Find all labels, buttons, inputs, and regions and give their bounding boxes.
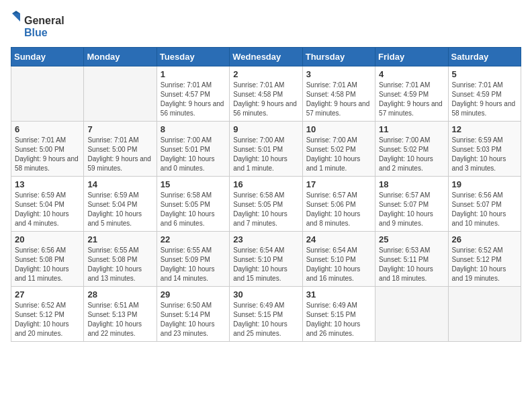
calendar-week-row: 13Sunrise: 6:59 AM Sunset: 5:04 PM Dayli… [11,177,521,232]
calendar-cell: 7Sunrise: 7:01 AM Sunset: 5:00 PM Daylig… [84,122,157,177]
column-header-wednesday: Wednesday [230,48,302,66]
day-info: Sunrise: 7:01 AM Sunset: 4:57 PM Dayligh… [161,81,226,118]
day-number: 3 [306,69,371,79]
day-number: 29 [161,289,226,300]
calendar-cell: 26Sunrise: 6:52 AM Sunset: 5:12 PM Dayli… [448,232,521,287]
calendar-cell: 15Sunrise: 6:58 AM Sunset: 5:05 PM Dayli… [157,177,229,232]
day-info: Sunrise: 6:54 AM Sunset: 5:10 PM Dayligh… [233,246,298,283]
calendar-cell: 2Sunrise: 7:01 AM Sunset: 4:58 PM Daylig… [230,66,302,122]
day-info: Sunrise: 7:00 AM Sunset: 5:01 PM Dayligh… [161,136,226,173]
calendar-header-row: SundayMondayTuesdayWednesdayThursdayFrid… [11,48,521,66]
day-number: 18 [379,179,444,189]
day-info: Sunrise: 6:58 AM Sunset: 5:05 PM Dayligh… [233,191,298,228]
day-number: 17 [306,179,371,189]
day-number: 10 [306,124,371,134]
day-info: Sunrise: 6:49 AM Sunset: 5:15 PM Dayligh… [306,301,371,338]
calendar-cell: 29Sunrise: 6:50 AM Sunset: 5:14 PM Dayli… [157,287,229,342]
day-number: 23 [233,234,298,244]
calendar-cell: 23Sunrise: 6:54 AM Sunset: 5:10 PM Dayli… [230,232,302,287]
calendar-cell: 17Sunrise: 6:57 AM Sunset: 5:06 PM Dayli… [302,177,375,232]
day-number: 11 [379,124,444,134]
day-info: Sunrise: 6:59 AM Sunset: 5:04 PM Dayligh… [15,191,80,228]
day-number: 25 [379,234,444,244]
day-info: Sunrise: 6:53 AM Sunset: 5:11 PM Dayligh… [379,246,444,283]
day-info: Sunrise: 6:51 AM Sunset: 5:13 PM Dayligh… [87,301,152,338]
calendar-cell [84,66,157,122]
calendar-table: SundayMondayTuesdayWednesdayThursdayFrid… [11,47,521,342]
column-header-monday: Monday [84,48,157,66]
day-info: Sunrise: 6:58 AM Sunset: 5:05 PM Dayligh… [161,191,226,228]
calendar-cell: 6Sunrise: 7:01 AM Sunset: 5:00 PM Daylig… [11,122,84,177]
day-number: 13 [15,179,80,189]
day-number: 12 [452,124,517,134]
calendar-cell: 28Sunrise: 6:51 AM Sunset: 5:13 PM Dayli… [84,287,157,342]
calendar-cell: 16Sunrise: 6:58 AM Sunset: 5:05 PM Dayli… [230,177,302,232]
day-number: 19 [452,179,517,189]
day-info: Sunrise: 7:00 AM Sunset: 5:01 PM Dayligh… [233,136,298,173]
logo: General Blue [11,11,64,40]
calendar-cell [375,287,448,342]
calendar-cell: 11Sunrise: 7:00 AM Sunset: 5:02 PM Dayli… [375,122,448,177]
calendar-week-row: 27Sunrise: 6:52 AM Sunset: 5:12 PM Dayli… [11,287,521,342]
calendar-cell: 12Sunrise: 6:59 AM Sunset: 5:03 PM Dayli… [448,122,521,177]
day-info: Sunrise: 6:52 AM Sunset: 5:12 PM Dayligh… [15,301,80,338]
day-info: Sunrise: 6:55 AM Sunset: 5:08 PM Dayligh… [87,246,152,283]
day-number: 14 [87,179,152,189]
day-number: 16 [233,179,298,189]
day-info: Sunrise: 7:01 AM Sunset: 4:59 PM Dayligh… [452,81,517,118]
day-number: 22 [161,234,226,244]
column-header-sunday: Sunday [11,48,84,66]
day-info: Sunrise: 6:56 AM Sunset: 5:08 PM Dayligh… [15,246,80,283]
day-number: 28 [87,289,152,300]
calendar-cell: 8Sunrise: 7:00 AM Sunset: 5:01 PM Daylig… [157,122,229,177]
day-info: Sunrise: 7:00 AM Sunset: 5:02 PM Dayligh… [379,136,444,173]
day-number: 26 [452,234,517,244]
calendar-cell [448,287,521,342]
day-info: Sunrise: 7:00 AM Sunset: 5:02 PM Dayligh… [306,136,371,173]
day-info: Sunrise: 6:54 AM Sunset: 5:10 PM Dayligh… [306,246,371,283]
day-info: Sunrise: 6:59 AM Sunset: 5:04 PM Dayligh… [87,191,152,228]
day-info: Sunrise: 7:01 AM Sunset: 4:58 PM Dayligh… [306,81,371,118]
calendar-cell: 30Sunrise: 6:49 AM Sunset: 5:15 PM Dayli… [230,287,302,342]
day-number: 15 [161,179,226,189]
day-info: Sunrise: 7:01 AM Sunset: 4:58 PM Dayligh… [233,81,298,118]
day-number: 27 [15,289,80,300]
day-number: 1 [161,69,226,79]
calendar-cell: 21Sunrise: 6:55 AM Sunset: 5:08 PM Dayli… [84,232,157,287]
calendar-cell [11,66,84,122]
day-number: 20 [15,234,80,244]
day-number: 6 [15,124,80,134]
day-info: Sunrise: 7:01 AM Sunset: 5:00 PM Dayligh… [87,136,152,173]
day-number: 31 [306,289,371,300]
svg-text:Blue: Blue [24,27,48,38]
calendar-cell: 13Sunrise: 6:59 AM Sunset: 5:04 PM Dayli… [11,177,84,232]
calendar-cell: 14Sunrise: 6:59 AM Sunset: 5:04 PM Dayli… [84,177,157,232]
day-number: 4 [379,69,444,79]
calendar-cell: 3Sunrise: 7:01 AM Sunset: 4:58 PM Daylig… [302,66,375,122]
day-number: 2 [233,69,298,79]
calendar-cell: 1Sunrise: 7:01 AM Sunset: 4:57 PM Daylig… [157,66,229,122]
day-number: 30 [233,289,298,300]
calendar-cell: 10Sunrise: 7:00 AM Sunset: 5:02 PM Dayli… [302,122,375,177]
day-info: Sunrise: 6:59 AM Sunset: 5:03 PM Dayligh… [452,136,517,173]
day-number: 8 [161,124,226,134]
svg-marker-3 [12,13,20,21]
day-info: Sunrise: 7:01 AM Sunset: 5:00 PM Dayligh… [15,136,80,173]
calendar-cell: 22Sunrise: 6:55 AM Sunset: 5:09 PM Dayli… [157,232,229,287]
day-info: Sunrise: 6:57 AM Sunset: 5:06 PM Dayligh… [306,191,371,228]
calendar-week-row: 6Sunrise: 7:01 AM Sunset: 5:00 PM Daylig… [11,122,521,177]
day-number: 7 [87,124,152,134]
calendar-week-row: 20Sunrise: 6:56 AM Sunset: 5:08 PM Dayli… [11,232,521,287]
day-number: 5 [452,69,517,79]
calendar-cell: 18Sunrise: 6:57 AM Sunset: 5:07 PM Dayli… [375,177,448,232]
day-info: Sunrise: 7:01 AM Sunset: 4:59 PM Dayligh… [379,81,444,118]
column-header-saturday: Saturday [448,48,521,66]
calendar-cell: 5Sunrise: 7:01 AM Sunset: 4:59 PM Daylig… [448,66,521,122]
calendar-cell: 31Sunrise: 6:49 AM Sunset: 5:15 PM Dayli… [302,287,375,342]
logo-svg: General Blue [11,11,64,40]
column-header-tuesday: Tuesday [157,48,229,66]
day-number: 24 [306,234,371,244]
day-info: Sunrise: 6:55 AM Sunset: 5:09 PM Dayligh… [161,246,226,283]
calendar-cell: 27Sunrise: 6:52 AM Sunset: 5:12 PM Dayli… [11,287,84,342]
column-header-thursday: Thursday [302,48,375,66]
